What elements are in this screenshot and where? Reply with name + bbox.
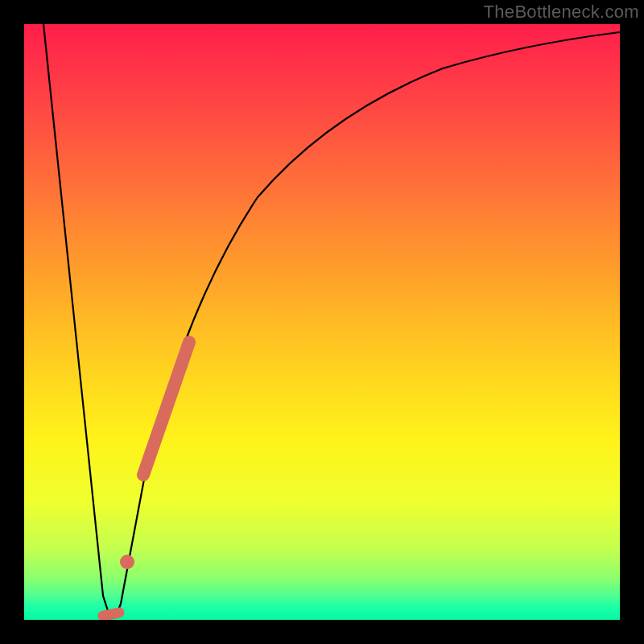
- bottleneck-curve: [43, 24, 620, 617]
- highlight-segment: [143, 342, 189, 475]
- chart-frame: TheBottleneck.com: [0, 0, 644, 644]
- plot-area: [24, 24, 620, 620]
- small-marker-2: [103, 613, 119, 616]
- small-marker-1: [120, 555, 134, 569]
- watermark-text: TheBottleneck.com: [484, 2, 639, 23]
- curve-svg: [24, 24, 620, 620]
